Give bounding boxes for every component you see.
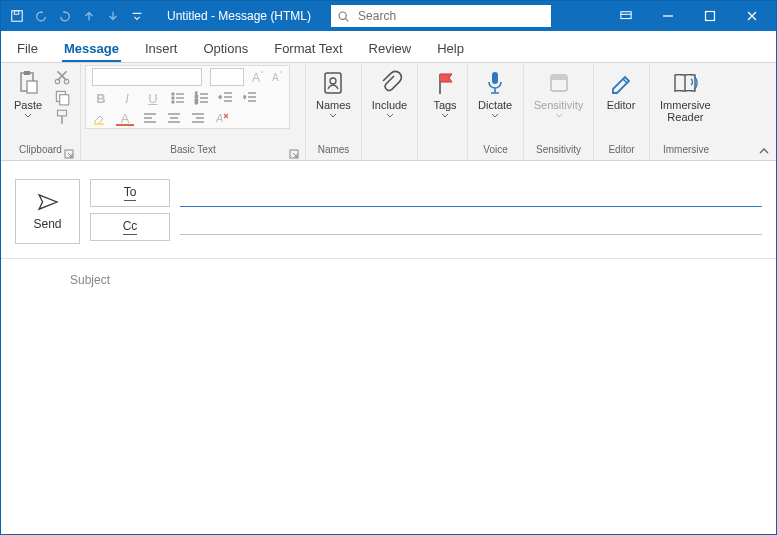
undo-icon[interactable] (31, 6, 51, 26)
copy-icon[interactable] (53, 89, 71, 105)
to-button[interactable]: To (90, 179, 170, 207)
group-include: Include (362, 63, 418, 160)
align-center-icon[interactable] (166, 110, 182, 126)
bold-button[interactable]: B (92, 91, 110, 106)
svg-rect-6 (24, 71, 30, 75)
svg-point-2 (339, 12, 346, 19)
up-arrow-icon[interactable] (79, 6, 99, 26)
close-icon[interactable] (732, 1, 772, 31)
tab-message[interactable]: Message (62, 35, 121, 62)
svg-rect-12 (58, 110, 67, 116)
group-names: Names Names (306, 63, 362, 160)
qat-customize-icon[interactable] (127, 6, 147, 26)
editor-button[interactable]: Editor (598, 65, 644, 113)
tab-format-text[interactable]: Format Text (272, 35, 344, 62)
group-immersive: Immersive Reader Immersive (650, 63, 722, 160)
group-names-label: Names (310, 144, 357, 160)
grow-font-icon[interactable]: A˄ (252, 70, 264, 85)
chevron-down-icon (329, 113, 337, 119)
group-basic-text: A˄ A˅ B I U 123 A (81, 63, 306, 160)
tab-help[interactable]: Help (435, 35, 466, 62)
search-icon (337, 10, 350, 23)
group-voice-label: Voice (472, 144, 519, 160)
maximize-icon[interactable] (690, 1, 730, 31)
ribbon: Paste Clipboard A˄ A˅ (1, 63, 776, 161)
collapse-ribbon-icon[interactable] (758, 146, 770, 156)
svg-point-14 (172, 93, 174, 95)
subject-label: Subject (15, 273, 165, 287)
highlight-icon[interactable] (92, 110, 108, 126)
ribbon-tabs: File Message Insert Options Format Text … (1, 31, 776, 63)
decrease-indent-icon[interactable] (218, 90, 234, 106)
dictate-button[interactable]: Dictate (472, 65, 518, 121)
chevron-down-icon (24, 113, 32, 119)
flag-icon (431, 69, 459, 97)
svg-rect-3 (621, 12, 631, 19)
title-bar: Untitled - Message (HTML) (1, 1, 776, 31)
align-left-icon[interactable] (142, 110, 158, 126)
microphone-icon (481, 69, 509, 97)
search-input[interactable] (356, 8, 545, 24)
cut-icon[interactable] (53, 69, 71, 85)
svg-rect-7 (27, 81, 37, 93)
names-button[interactable]: Names (310, 65, 357, 121)
group-immersive-label: Immersive (654, 144, 718, 160)
underline-button[interactable]: U (144, 91, 162, 106)
group-editor-label: Editor (598, 144, 645, 160)
to-field[interactable] (180, 186, 762, 200)
tab-file[interactable]: File (15, 35, 40, 62)
tags-button[interactable]: Tags (422, 65, 468, 121)
svg-point-16 (172, 101, 174, 103)
cc-field[interactable] (180, 214, 762, 228)
font-color-icon[interactable]: A (116, 111, 134, 126)
send-icon (37, 193, 59, 211)
down-arrow-icon[interactable] (103, 6, 123, 26)
group-basic-text-label: Basic Text (85, 144, 301, 160)
svg-point-15 (172, 97, 174, 99)
svg-rect-20 (94, 123, 104, 125)
group-voice: Dictate Voice (468, 63, 524, 160)
bullets-icon[interactable] (170, 90, 186, 106)
window-controls (606, 1, 776, 31)
redo-icon[interactable] (55, 6, 75, 26)
paste-button[interactable]: Paste (5, 65, 51, 121)
minimize-icon[interactable] (648, 1, 688, 31)
attach-icon (376, 69, 404, 97)
immersive-reader-button[interactable]: Immersive Reader (654, 65, 717, 125)
increase-indent-icon[interactable] (242, 90, 258, 106)
ribbon-display-options-icon[interactable] (606, 1, 646, 31)
quick-access-toolbar (1, 6, 153, 26)
numbering-icon[interactable]: 123 (194, 90, 210, 106)
font-family-combo[interactable] (92, 68, 202, 86)
window-title: Untitled - Message (HTML) (153, 9, 325, 23)
cc-button[interactable]: Cc (90, 213, 170, 241)
dialog-launcher-icon[interactable] (64, 149, 74, 159)
tab-review[interactable]: Review (367, 35, 414, 62)
address-book-icon (319, 69, 347, 97)
send-button[interactable]: Send (15, 179, 80, 244)
svg-rect-27 (551, 75, 567, 80)
group-sensitivity-label: Sensitivity (528, 144, 589, 160)
font-controls: A˄ A˅ B I U 123 A (85, 65, 290, 129)
chevron-down-icon (441, 113, 449, 119)
svg-rect-4 (706, 12, 715, 21)
format-painter-icon[interactable] (53, 109, 71, 125)
subject-field[interactable] (177, 273, 762, 289)
save-icon[interactable] (7, 6, 27, 26)
compose-header: Send To Cc (1, 161, 776, 259)
svg-rect-25 (492, 72, 498, 84)
clear-formatting-icon[interactable]: A (214, 110, 230, 126)
align-right-icon[interactable] (190, 110, 206, 126)
font-size-combo[interactable] (210, 68, 244, 86)
sensitivity-icon (545, 69, 573, 97)
shrink-font-icon[interactable]: A˅ (272, 71, 283, 83)
italic-button[interactable]: I (118, 91, 136, 106)
search-box[interactable] (331, 5, 551, 27)
paste-icon (14, 69, 42, 97)
tab-options[interactable]: Options (201, 35, 250, 62)
tab-insert[interactable]: Insert (143, 35, 180, 62)
include-button[interactable]: Include (366, 65, 413, 121)
chevron-down-icon (555, 113, 563, 119)
dialog-launcher-icon[interactable] (289, 149, 299, 159)
group-editor: Editor Editor (594, 63, 650, 160)
